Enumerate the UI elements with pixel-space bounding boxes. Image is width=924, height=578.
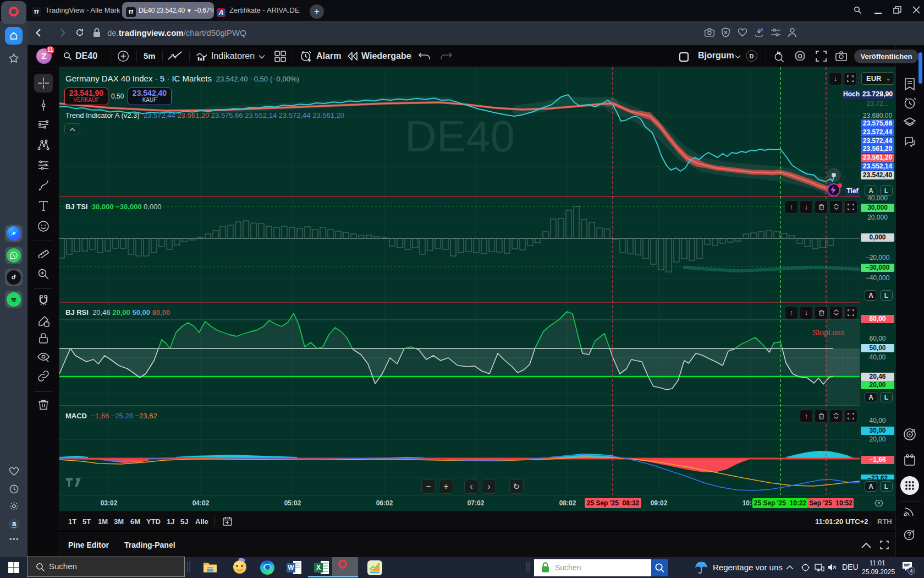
- svg-text:DE40: DE40: [405, 112, 515, 161]
